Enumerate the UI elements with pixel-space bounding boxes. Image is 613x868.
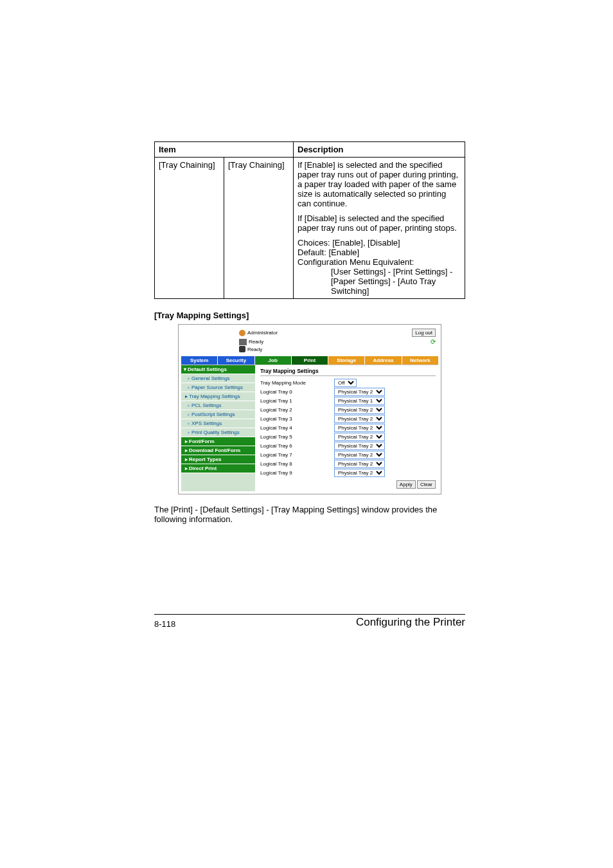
nav-xps[interactable]: XPS Settings (181, 419, 255, 428)
row-label: Logical Tray 6 (260, 443, 334, 449)
mode-select[interactable]: Off (334, 379, 357, 387)
row-label: Logical Tray 1 (260, 398, 334, 404)
section-title: Configuring the Printer (356, 616, 465, 629)
mode-label: Tray Mapping Mode (260, 380, 334, 386)
row-select[interactable]: Physical Tray 2 (334, 388, 385, 396)
tab-system[interactable]: System (181, 356, 218, 365)
tab-network[interactable]: Network (402, 356, 438, 365)
nav-report-types[interactable]: ▸Report Types (181, 455, 255, 464)
spec-table: Item Description [Tray Chaining] [Tray C… (154, 141, 465, 299)
content-pane: Tray Mapping Settings Tray Mapping Mode … (255, 365, 438, 491)
row-select[interactable]: Physical Tray 2 (334, 415, 385, 423)
desc-cfg-l3: Switching] (298, 286, 461, 296)
desc-choices: Choices: [Enable], [Disable] (298, 238, 400, 248)
apply-button[interactable]: Apply (396, 480, 416, 489)
clear-button[interactable]: Clear (417, 480, 436, 489)
row-select[interactable]: Physical Tray 2 (334, 433, 385, 441)
desc-p2: If [Disable] is selected and the specifi… (298, 213, 461, 233)
status-ready-1: Ready (249, 339, 263, 345)
nav-general[interactable]: General Settings (181, 374, 255, 383)
desc-p1: If [Enable] is selected and the specifie… (298, 160, 461, 208)
tab-print[interactable]: Print (292, 356, 328, 365)
nav-tray-mapping[interactable]: Tray Mapping Settings (181, 392, 255, 401)
triangle-down-icon: ▾ (184, 366, 186, 372)
row-select[interactable]: Physical Tray 2 (334, 424, 385, 432)
desc-cfg-l1: [User Settings] - [Print Settings] - (298, 267, 461, 276)
row-select[interactable]: Physical Tray 2 (334, 469, 385, 477)
refresh-icon[interactable]: ⟳ (431, 338, 436, 345)
row-label: Logical Tray 2 (260, 407, 334, 413)
nav-pcl[interactable]: PCL Settings (181, 401, 255, 410)
cell-item-b: [Tray Chaining] (224, 158, 294, 299)
row-select[interactable]: Physical Tray 1 (334, 397, 385, 405)
logout-button[interactable]: Log out (412, 329, 436, 337)
tab-storage[interactable]: Storage (328, 356, 365, 365)
row-label: Logical Tray 0 (260, 389, 334, 395)
nav-postscript[interactable]: PostScript Settings (181, 410, 255, 419)
printer-icon (239, 339, 247, 345)
body-paragraph: The [Print] - [Default Settings] - [Tray… (154, 505, 465, 524)
tab-job[interactable]: Job (255, 356, 292, 365)
nav-direct-print[interactable]: ▸Direct Print (181, 464, 255, 473)
th-item: Item (155, 142, 294, 158)
desc-cfg-l2: [Paper Settings] - [Auto Tray (298, 276, 461, 286)
admin-icon (239, 330, 245, 336)
triangle-right-icon: ▸ (185, 439, 188, 444)
cell-item-a: [Tray Chaining] (155, 158, 224, 299)
nav-default-settings[interactable]: ▾Default Settings (181, 365, 255, 374)
cell-description: If [Enable] is selected and the specifie… (294, 158, 465, 299)
row-label: Logical Tray 3 (260, 416, 334, 422)
row-select[interactable]: Physical Tray 2 (334, 406, 385, 414)
toner-icon (239, 346, 245, 352)
row-label: Logical Tray 9 (260, 470, 334, 476)
tab-bar: System Security Job Print Storage Addres… (181, 356, 438, 365)
row-label: Logical Tray 8 (260, 461, 334, 467)
triangle-right-icon: ▸ (185, 466, 188, 471)
status-ready-2: Ready (247, 347, 262, 352)
row-label: Logical Tray 4 (260, 425, 334, 431)
row-select[interactable]: Physical Tray 2 (334, 460, 385, 468)
page-number: 8-118 (154, 619, 175, 629)
row-label: Logical Tray 5 (260, 434, 334, 440)
nav-paper-source[interactable]: Paper Source Settings (181, 383, 255, 392)
content-title: Tray Mapping Settings (260, 368, 436, 376)
nav-font-form[interactable]: ▸Font/Form (181, 437, 255, 446)
row-label: Logical Tray 7 (260, 452, 334, 458)
triangle-right-icon: ▸ (185, 457, 188, 462)
admin-label: Administrator (247, 330, 278, 336)
nav-download-font-form[interactable]: ▸Download Font/Form (181, 446, 255, 455)
row-select[interactable]: Physical Tray 2 (334, 442, 385, 450)
desc-default: Default: [Enable] (298, 248, 359, 257)
tab-address[interactable]: Address (365, 356, 402, 365)
nav-print-quality[interactable]: Print Quality Settings (181, 428, 255, 437)
embedded-screenshot: Administrator Log out Ready ⟳ Ready Syst… (178, 324, 441, 494)
row-select[interactable]: Physical Tray 2 (334, 451, 385, 459)
section-heading: [Tray Mapping Settings] (154, 311, 465, 320)
desc-cfg: Configuration Menu Equivalent: (298, 257, 414, 267)
th-description: Description (294, 142, 465, 158)
tab-security[interactable]: Security (218, 356, 254, 365)
side-nav: ▾Default Settings General Settings Paper… (181, 365, 255, 491)
triangle-right-icon: ▸ (185, 448, 188, 453)
page-footer: 8-118 Configuring the Printer (154, 614, 465, 629)
